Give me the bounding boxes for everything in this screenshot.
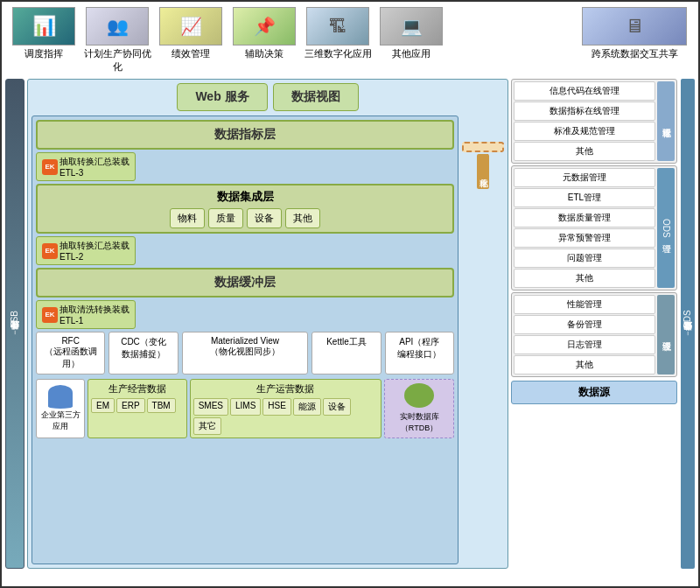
source-rfc-label: RFC （远程函数调用） bbox=[45, 336, 97, 368]
ods-panel-text: ODS管理 bbox=[660, 219, 672, 238]
ods-item-5: 其他 bbox=[514, 269, 655, 288]
production-ops-items: SMES LIMS HSE 能源 设备 其它 bbox=[193, 398, 378, 435]
data-source-text: 数据源 bbox=[578, 386, 610, 398]
ops-label-hse: HSE bbox=[268, 401, 286, 410]
sys-item-2: 日志管理 bbox=[514, 335, 655, 354]
web-service-box: Web 服务 bbox=[177, 83, 267, 111]
enterprise-ops-text: 企业运营数据仓库－ODS bbox=[682, 310, 694, 338]
ops-label-smes: SMES bbox=[199, 401, 223, 410]
enterprise-db-icon bbox=[48, 385, 73, 404]
data-integration-layer: 数据集成层 物料 质量 设备 其他 bbox=[36, 184, 454, 234]
esb-label: 企业服务总线－ESB bbox=[9, 311, 21, 337]
app-fuzhu: 📌 辅助决策 bbox=[229, 7, 299, 60]
rtdb-icon bbox=[404, 383, 434, 408]
factory-model-area: 企业工厂模型 标准化 bbox=[462, 142, 504, 564]
data-indicator-layer: 数据指标层 bbox=[36, 120, 454, 150]
app-diaoduzhihui: 📊 调度指挥 bbox=[9, 7, 79, 60]
ops-item-equip: 设备 bbox=[323, 398, 351, 416]
ops-item-energy: 能源 bbox=[293, 398, 321, 416]
data-source-bottom-label: 数据源 bbox=[511, 381, 677, 404]
standardize-label: 标准化 bbox=[477, 154, 489, 189]
system-panel-label: 系统管理 bbox=[657, 295, 675, 374]
sys-label-0: 性能管理 bbox=[567, 299, 602, 309]
ods-label-3: 异常预警管理 bbox=[558, 233, 611, 242]
standards-panel: 信息代码在线管理 数据指标在线管理 标准及规范管理 其他 标准化管理 bbox=[511, 79, 677, 164]
source-kettle-label: Kettle工具 bbox=[326, 337, 367, 346]
source-mat-label: Materialized View （物化视图同步） bbox=[210, 336, 280, 356]
sys-label-2: 日志管理 bbox=[567, 340, 602, 349]
int-item-1: 质量 bbox=[208, 208, 243, 228]
app-jixiao: 📈 绩效管理 bbox=[156, 7, 226, 60]
factory-model-box: 企业工厂模型 bbox=[462, 142, 504, 152]
int-label-2: 设备 bbox=[255, 213, 274, 223]
data-indicator-label: 数据指标层 bbox=[214, 127, 276, 141]
source-kettle: Kettle工具 bbox=[312, 332, 381, 374]
production-mgmt-items: EM ERP TBM bbox=[91, 398, 184, 413]
source-api: API（程序 编程接口） bbox=[385, 332, 454, 374]
etl3-row: EK 抽取转换汇总装载 ETL-3 bbox=[36, 152, 454, 181]
cross-system-box: 🖥 跨系统数据交互共享 bbox=[578, 7, 691, 60]
integration-items: 物料 质量 设备 其他 bbox=[45, 208, 445, 228]
inner-layers-area: 数据指标层 EK 抽取转换汇总装载 ETL-3 数据集成层 bbox=[32, 116, 504, 564]
int-label-0: 物料 bbox=[178, 213, 197, 223]
ods-panel-label: ODS管理 bbox=[657, 168, 675, 288]
web-data-row: Web 服务 数据视图 bbox=[32, 83, 504, 111]
etl1-icon: EK bbox=[42, 307, 58, 323]
data-view-box: 数据视图 bbox=[273, 83, 359, 111]
prod-item-tbm: TBM bbox=[147, 398, 176, 413]
arch-area: 企业服务总线－ESB Web 服务 数据视图 数据指标层 bbox=[5, 79, 695, 569]
prod-label-em: EM bbox=[96, 401, 109, 410]
data-integration-label: 数据集成层 bbox=[217, 190, 274, 203]
standards-items: 信息代码在线管理 数据指标在线管理 标准及规范管理 其他 bbox=[514, 81, 655, 161]
enterprise-third-box: 企业第三方应用 bbox=[36, 379, 85, 438]
app-label-sanwei: 三维数字化应用 bbox=[304, 47, 372, 60]
data-view-label: 数据视图 bbox=[291, 89, 340, 103]
sys-label-1: 备份管理 bbox=[567, 319, 602, 329]
ops-label-other: 其它 bbox=[199, 421, 216, 430]
system-items: 性能管理 备份管理 日志管理 其他 bbox=[514, 295, 655, 374]
std-label-3: 其他 bbox=[576, 146, 593, 156]
rtdb-label: 实时数据库 （RTDB） bbox=[400, 411, 439, 434]
ods-panel: 元数据管理 ETL管理 数据质量管理 异常预警管理 问题管理 其他 ODS管理 bbox=[511, 165, 677, 290]
prod-label-tbm: TBM bbox=[152, 401, 171, 410]
etl2-icon: EK bbox=[42, 243, 58, 259]
rtdb-box: 实时数据库 （RTDB） bbox=[384, 379, 454, 438]
ops-item-lims: LIMS bbox=[230, 398, 261, 416]
source-rfc: RFC （远程函数调用） bbox=[36, 332, 105, 374]
bottom-data-row: 企业第三方应用 生产经营数据 EM ERP TBM bbox=[36, 379, 454, 438]
int-label-3: 其他 bbox=[293, 213, 312, 223]
etl3-label: 抽取转换汇总装载 ETL-3 bbox=[60, 156, 130, 178]
app-label-jihua: 计划生产协同优化 bbox=[82, 47, 152, 74]
std-label-2: 标准及规范管理 bbox=[554, 126, 615, 136]
prod-label-erp: ERP bbox=[122, 401, 140, 410]
source-cdc: CDC（变化 数据捕捉） bbox=[108, 332, 178, 374]
app-label-qita: 其他应用 bbox=[392, 47, 430, 60]
ods-item-2: 数据质量管理 bbox=[514, 208, 655, 228]
ods-label-2: 数据质量管理 bbox=[558, 213, 611, 222]
ods-label-5: 其他 bbox=[576, 273, 593, 283]
sys-item-0: 性能管理 bbox=[514, 295, 655, 314]
std-label-1: 数据指标在线管理 bbox=[550, 106, 620, 116]
production-mgmt-data: 生产经营数据 EM ERP TBM bbox=[88, 379, 187, 438]
data-buffer-layer: 数据缓冲层 bbox=[36, 268, 454, 298]
ops-item-other: 其它 bbox=[193, 417, 221, 435]
right-panels: 信息代码在线管理 数据指标在线管理 标准及规范管理 其他 标准化管理 元数据管理… bbox=[511, 79, 677, 569]
esb-bar: 企业服务总线－ESB bbox=[5, 79, 24, 569]
int-label-1: 质量 bbox=[216, 213, 235, 223]
ops-item-hse: HSE bbox=[262, 398, 291, 416]
app-sanwei: 🏗 三维数字化应用 bbox=[303, 7, 373, 60]
ods-item-4: 问题管理 bbox=[514, 248, 655, 268]
ops-label-equip: 设备 bbox=[328, 402, 346, 411]
app-label-jixiao: 绩效管理 bbox=[172, 47, 210, 60]
top-apps-bar: 📊 调度指挥 👥 计划生产协同优化 📈 绩效管理 📌 辅助决策 🏗 bbox=[5, 5, 695, 75]
ops-label-energy: 能源 bbox=[298, 402, 316, 411]
int-item-2: 设备 bbox=[247, 208, 282, 228]
ods-label-1: ETL管理 bbox=[568, 192, 601, 202]
ods-items: 元数据管理 ETL管理 数据质量管理 异常预警管理 问题管理 其他 bbox=[514, 168, 655, 288]
production-ops-label: 生产运营数据 bbox=[256, 383, 314, 394]
standards-panel-label: 标准化管理 bbox=[657, 81, 675, 161]
prod-item-em: EM bbox=[91, 398, 115, 413]
production-mgmt-title: 生产经营数据 bbox=[91, 382, 184, 396]
source-cdc-label: CDC（变化 数据捕捉） bbox=[121, 337, 166, 359]
right-panels-area: 信息代码在线管理 数据指标在线管理 标准及规范管理 其他 标准化管理 元数据管理… bbox=[511, 79, 695, 569]
